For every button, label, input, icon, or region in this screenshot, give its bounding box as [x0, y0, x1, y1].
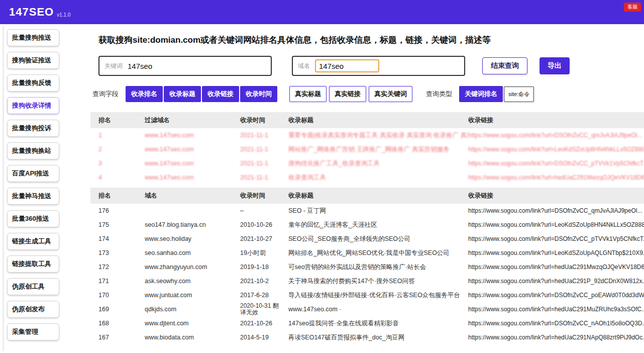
cell-title: 导入链接/友情链接/外部链接·优化百科·云客SEO众包服务平台 [288, 291, 468, 300]
cell-title: www.147seo.com · [288, 306, 468, 313]
cell-link[interactable]: https://www.sogou.com/link?url=hedUaC291… [468, 174, 644, 181]
cell-link[interactable]: https://www.sogou.com/link?url=DSOfnZvCC… [468, 320, 644, 327]
cell-time: 2021-11-1 [240, 160, 288, 167]
sidebar-item-batch-sogou-swap[interactable]: 批量搜狗换站 [7, 142, 59, 159]
keyword-value: 147seo [128, 62, 152, 70]
end-query-button[interactable]: 结束查询 [482, 57, 527, 74]
sidebar-item-batch-sogou-feedback[interactable]: 批量搜狗反馈 [7, 74, 59, 92]
cell-title: 童年的回忆_天涯博客_天涯社区 [288, 221, 468, 229]
cell-link[interactable]: https://www.sogou.com/link?url=LeoKdSZoU… [468, 249, 644, 256]
cell-rank: 175 [98, 221, 145, 228]
filter-real-title[interactable]: 真实标题 [289, 86, 327, 102]
table-row: 167 www.biodata.com 2014-5-19 再读SEO147破百… [90, 330, 644, 344]
table-row: 176 – SEO - 豆丁网 https://www.sogou.com/li… [90, 204, 644, 218]
sidebar-item-batch-sogou-push[interactable]: 批量搜狗推送 [7, 29, 59, 46]
query-fields-label: 查询字段 [92, 90, 119, 99]
domain-input-box[interactable]: 域名 [292, 56, 465, 76]
sidebar-item-collect-manage[interactable]: 采集管理 [7, 323, 59, 340]
sidebar-item-batch-shenma-push[interactable]: 批量神马推送 [7, 188, 59, 205]
col-time: 收录时间 [240, 116, 288, 125]
main-content: 获取搜狗site:domian.com或者关键词网站排名具体信息，包括收录信息，… [76, 24, 644, 353]
cell-title: SEO公司_SEO服务商_全球领先的SEO公司 [288, 235, 468, 243]
cell-link[interactable]: https://www.sogou.com/link?url=DSOfnZvCC… [468, 160, 644, 167]
cell-domain: www.147seo.com [145, 160, 240, 167]
col-domain: 过滤域名 [145, 116, 240, 125]
cell-time: 2021-11-1 [240, 146, 288, 153]
col-link: 收录链接 [468, 116, 644, 125]
table-row: 172 www.zhangyuyun.com 2019-1-18 可seo营销的… [90, 260, 644, 274]
cell-domain: www.djtent.com [145, 320, 240, 327]
table-row: 175 seo147.blog.tianya.cn 2010-10-26 童年的… [90, 218, 644, 232]
cell-link[interactable]: https://www.sogou.com/link?url=DSOfnZvCC… [468, 235, 644, 242]
sidebar-item-baidu-api-push[interactable]: 百度API推送 [7, 165, 59, 182]
sidebar-item-pseudo-original-tool[interactable]: 伪原创工具 [7, 278, 59, 295]
query-type-keyword-rank[interactable]: 关键词排名 [459, 86, 503, 102]
header-badge[interactable]: 客服 [624, 3, 641, 12]
table-row: 4 www.147seo.com 2021-11-1 收录查询工具 https:… [90, 170, 644, 185]
cell-rank: 4 [98, 174, 145, 181]
cell-domain: www.147seo.com [145, 174, 240, 181]
results-table: 排名 域名 收录时间 收录标题 收录链接 176 – SEO - 豆丁网 htt… [90, 188, 644, 344]
filter-real-keyword[interactable]: 真实关键词 [369, 86, 412, 102]
keyword-input[interactable]: 关键词 147seo [98, 56, 272, 76]
cell-link[interactable]: https://www.sogou.com/link?url=DSOfnZvCC… [468, 292, 644, 299]
table-row: 168 www.djtent.com 2021-10-26 147seo提我问答… [90, 316, 644, 330]
query-type-label: 查询类型 [426, 90, 452, 99]
cell-time: 2021-10-26 [240, 320, 288, 327]
cell-time: 2014-5-19 [240, 334, 288, 341]
sidebar-item-link-extract-tool[interactable]: 链接提取工具 [7, 255, 59, 273]
cell-rank: 172 [98, 263, 145, 271]
cell-title: 重要专题|收录真实查询专题工具 真实收录 真实查询 收录推广 真实关键词 [288, 131, 468, 140]
cell-rank: 169 [98, 306, 145, 313]
redacted-table-header: 排名 过滤域名 收录时间 收录标题 收录链接 [90, 112, 644, 128]
cell-time: 2010-10-26 [240, 221, 288, 228]
table-row: 170 www.juntuat.com 2017-6-28 导入链接/友情链接/… [90, 288, 644, 302]
app-version: v1.1.0 [57, 12, 70, 18]
cell-domain: www.147seo.com [145, 132, 240, 139]
cell-time: – [240, 207, 288, 214]
table-row: 173 seo.sanhao.com 19小时前 网站排名_网站优化_网站SEO… [90, 246, 644, 260]
domain-label: 域名 [298, 62, 310, 70]
domain-input[interactable] [315, 59, 379, 72]
cell-link[interactable]: https://www.sogou.com/link?url=hedUaC291… [468, 334, 644, 341]
cell-link[interactable]: https://www.sogou.com/link?url=hedUaC291… [468, 306, 644, 313]
table-row: 171 ask.seowhy.com 2021-10-2 关于神马搜索的付费购买… [90, 274, 644, 288]
cell-title: SEO - 豆丁网 [288, 207, 468, 215]
cell-title: 搜狗优化推广工具_收录查询工具 [288, 159, 468, 168]
sidebar-item-sogou-verify-push[interactable]: 搜狗验证推送 [7, 52, 59, 69]
cell-title: 可seo营销的站外实战以及营销的策略推广·站长会 [288, 263, 468, 272]
results-table-header: 排名 域名 收录时间 收录标题 收录链接 [90, 188, 644, 204]
filter-include-title[interactable]: 收录标题 [164, 86, 201, 102]
cell-title: 再读SEO147破百货报拟事件_doc_淘豆网 [288, 333, 468, 342]
sidebar-item-batch-360-push[interactable]: 批量360推送 [7, 210, 59, 227]
cell-domain: www.juntuat.com [145, 292, 240, 299]
query-type-site-command[interactable]: site:命令 [504, 86, 534, 102]
table-row: 2 www.147seo.com 2021-11-1 网站推广_网络推广营销 王… [90, 142, 644, 156]
sidebar-item-batch-sogou-complaint[interactable]: 批量搜狗投诉 [7, 120, 59, 137]
filter-include-time[interactable]: 收录时间 [240, 86, 277, 102]
redacted-table: 排名 过滤域名 收录时间 收录标题 收录链接 1 www.147seo.com … [90, 112, 644, 185]
cell-link[interactable]: https://www.sogou.com/link?url=DSOfnZvCC… [468, 132, 644, 139]
cell-link[interactable]: https://www.sogou.com/link?url=hedUaC291… [468, 278, 644, 285]
cell-link[interactable]: https://www.sogou.com/link?url=LeoKdSZoU… [468, 221, 644, 228]
export-button[interactable]: 导出 [540, 57, 570, 74]
filter-real-link[interactable]: 真实链接 [329, 86, 366, 102]
cell-rank: 1 [98, 132, 145, 139]
filter-include-rank[interactable]: 收录排名 [126, 86, 163, 102]
sidebar-item-pseudo-original-publish[interactable]: 伪原创发布 [7, 301, 59, 318]
cell-domain: seo147.blog.tianya.cn [145, 221, 240, 228]
cell-domain: qdkjds.com [145, 306, 240, 313]
cell-link[interactable]: https://www.sogou.com/link?url=hedUaC291… [468, 263, 644, 271]
cell-time: 2021-10-2 [240, 278, 288, 285]
cell-time: 2019-1-18 [240, 263, 288, 271]
filter-include-link[interactable]: 收录链接 [202, 86, 239, 102]
sidebar-item-link-generate-tool[interactable]: 链接生成工具 [7, 233, 59, 250]
table-row: 3 www.147seo.com 2021-11-1 搜狗优化推广工具_收录查询… [90, 156, 644, 170]
cell-rank: 2 [98, 146, 145, 153]
sidebar-item-sogou-include-detail[interactable]: 搜狗收录详情 [7, 97, 59, 114]
cell-title: 147seo提我问答·全集在线观看精彩影音 [288, 319, 468, 328]
table-row: 1 www.147seo.com 2021-11-1 重要专题|收录真实查询专题… [90, 128, 644, 142]
cell-link[interactable]: https://www.sogou.com/link?url=LeoKdSZoU… [468, 146, 644, 153]
cell-link[interactable]: https://www.sogou.com/link?url=DSOfnZvCC… [468, 207, 644, 214]
cell-rank: 171 [98, 278, 145, 285]
